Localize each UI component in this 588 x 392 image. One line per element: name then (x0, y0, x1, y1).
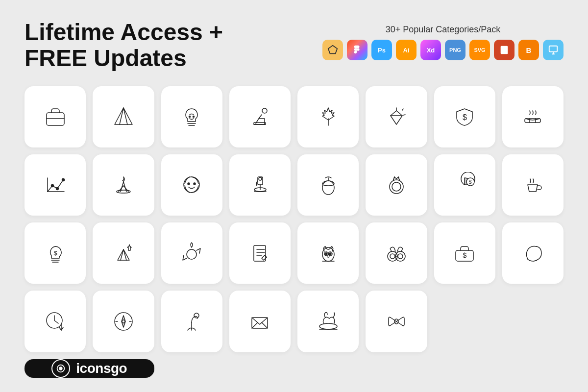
maple-leaf-icon-card (297, 86, 359, 147)
svg-text:$: $ (463, 113, 467, 122)
svg-point-68 (122, 320, 125, 323)
svg-point-8 (189, 116, 191, 118)
svg-point-36 (322, 181, 334, 195)
svg-line-40 (393, 177, 394, 180)
svg-rect-3 (549, 46, 558, 52)
dollar-bulb-icon-card: $ (24, 222, 86, 284)
svg-marker-0 (328, 46, 337, 54)
svg-rect-48 (254, 245, 266, 261)
svg-text:$: $ (53, 249, 57, 257)
brand-icon (51, 359, 70, 378)
briefcase-icon-card (24, 86, 86, 147)
person-desk-icon-card (229, 86, 291, 147)
brand-name: iconsgo (76, 361, 127, 376)
hot-food-icon-card (502, 86, 564, 147)
svg-point-71 (194, 313, 199, 318)
keynote-badge (543, 40, 564, 60)
svg-point-56 (329, 253, 331, 255)
top-right: 30+ Popular Categories/Pack Ps Ai Xd PNG… (322, 20, 564, 60)
svg-point-55 (325, 253, 327, 255)
roast-chicken-icon-card (297, 291, 359, 352)
headline: Lifetime Access + FREE Updates (24, 20, 223, 72)
icons-grid: $ $ (24, 86, 564, 378)
compass-icon-card (93, 291, 154, 352)
camp-tree-icon-card (93, 222, 154, 284)
campfire-icon-card (93, 154, 154, 216)
blogger-badge: B (518, 40, 539, 60)
diamond-sparkle-icon-card (366, 86, 427, 147)
owl-icon-card (297, 222, 359, 284)
brand-card: iconsgo (24, 359, 154, 378)
svg-point-35 (259, 177, 262, 180)
pie-chart-dollar-icon-card: $ (434, 154, 495, 216)
categories-text: 30+ Popular Categories/Pack (386, 24, 501, 35)
empty-card-1 (434, 291, 495, 352)
ppt-badge (494, 40, 514, 60)
figma-badge (347, 40, 368, 60)
notepad-icon-card (229, 222, 291, 284)
svg-badge: SVG (469, 40, 490, 60)
line-chart-icon-card (24, 154, 86, 216)
clock-down-icon-card (24, 291, 86, 352)
svg-point-10 (262, 108, 267, 113)
svg-line-41 (398, 177, 399, 180)
tent-icon-card (93, 86, 154, 147)
svg-point-73 (319, 323, 337, 329)
microscope-icon-card (229, 154, 291, 216)
xd-badge: Xd (420, 40, 441, 60)
svg-point-60 (390, 254, 395, 259)
ps-badge: Ps (371, 40, 392, 60)
svg-point-29 (188, 183, 190, 185)
main-container: Lifetime Access + FREE Updates 30+ Popul… (0, 0, 588, 392)
top-section: Lifetime Access + FREE Updates 30+ Popul… (24, 20, 564, 72)
briefcase-dollar-icon-card: $ (434, 222, 495, 284)
sync-face-icon-card (161, 154, 222, 216)
water-refresh-icon-card (161, 222, 222, 284)
svg-line-16 (402, 109, 403, 110)
svg-point-26 (62, 179, 64, 181)
banana-icon-card (502, 222, 564, 284)
svg-text:$: $ (463, 251, 467, 259)
format-badges: Ps Ai Xd PNG SVG B (322, 40, 564, 60)
svg-text:$: $ (469, 179, 472, 185)
shield-dollar-icon-card: $ (434, 86, 495, 147)
acorn-icon-card (297, 154, 359, 216)
png-badge: PNG (445, 40, 466, 60)
svg-point-39 (392, 182, 401, 191)
svg-line-17 (403, 115, 405, 115)
svg-point-77 (59, 367, 63, 370)
ring-icon-card (366, 154, 427, 216)
svg-point-9 (193, 116, 195, 118)
idea-icon-card (161, 86, 222, 147)
svg-point-1 (357, 48, 360, 51)
svg-rect-31 (258, 177, 263, 185)
binoculars-icon-card (366, 222, 427, 284)
svg-point-38 (390, 180, 403, 194)
envelope-icon-card (229, 291, 291, 352)
coffee-cup-icon-card (502, 154, 564, 216)
svg-point-30 (194, 183, 196, 185)
svg-rect-4 (47, 113, 64, 125)
bowtie-icon-card (366, 291, 427, 352)
lamp-hand-icon-card (161, 291, 222, 352)
svg-point-25 (56, 188, 58, 190)
svg-point-61 (398, 254, 403, 259)
sketch-badge (322, 40, 343, 60)
svg-point-24 (51, 185, 53, 187)
svg-marker-13 (391, 111, 402, 124)
ai-badge: Ai (396, 40, 416, 60)
svg-point-28 (184, 177, 199, 193)
